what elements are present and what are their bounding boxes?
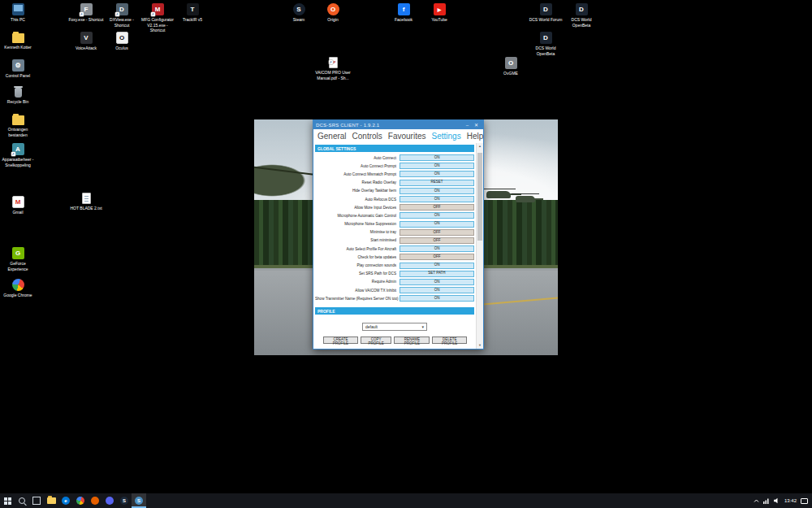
volume-icon[interactable] [774,497,780,504]
taskbar-edge[interactable]: e [58,493,73,508]
setting-toggle-button[interactable]: SET PATH [400,271,474,277]
setting-toggle-button[interactable]: ON [400,154,474,161]
desktop-icon-hot-blade-txt[interactable]: HOT BLADE 2.txt [68,193,104,211]
scrollbar-thumb[interactable] [477,153,482,241]
desktop-icon-glyph: S [293,3,305,15]
desktop-icon-glyph: D [116,3,128,15]
taskbar-item-icon [91,497,99,505]
desktop-icon-recycle-bin[interactable]: Recycle Bin [0,86,36,105]
desktop-icon-folder-ontvangen[interactable]: Ontvangen bestanden [0,114,36,137]
menu-item[interactable]: Favourites [388,132,426,141]
profile-button[interactable]: COPY PROFILE [361,336,391,344]
desktop-icon-mfg-configurator[interactable]: M MFG Configurator V2.15.exe - Shortcut [140,3,175,33]
menu-item[interactable]: Controls [352,132,382,141]
setting-toggle-button[interactable]: ON [400,279,474,285]
taskbar: e S S 13:42 [0,493,812,508]
profile-button[interactable]: CREATE PROFILE [323,336,358,344]
network-icon[interactable] [763,497,770,504]
desktop-icon-glyph: O [327,3,339,15]
desktop-icon-vaicom-manual-pdf[interactable]: PDF VAICOM PRO User Manual.pdf - Sh... [315,57,351,80]
setting-toggle-button[interactable]: RESET [400,180,474,186]
setting-row: Auto Select Profile For Aircraft ON [315,245,474,253]
srs-settings-content: GLOBAL SETTINGS Auto Connect ON Auto Con… [313,143,483,349]
setting-toggle-button[interactable]: ON [400,245,474,252]
desktop-icon-glyph: ▶ [434,3,446,15]
desktop-icon-steam[interactable]: S Steam [281,3,317,23]
setting-toggle-button[interactable]: ON [400,212,474,219]
setting-toggle-button[interactable]: ON [400,287,474,293]
desktop-icon-dcs-world-openbeta-2[interactable]: D DCS World OpenBeta [528,32,564,56]
profile-dropdown[interactable]: default ▾ [362,323,427,331]
desktop-icon-user-folder[interactable]: Kenneth Kotter [0,32,36,50]
taskbar-firefox[interactable] [88,493,102,508]
desktop-icon-control-panel[interactable]: ⚙ Control Panel [0,59,36,79]
menu-item[interactable]: Settings [432,132,461,141]
search-button[interactable] [15,493,29,508]
desktop-icon-dcs-world-openbeta[interactable]: D DCS World OpenBeta [564,3,599,28]
setting-toggle-button[interactable]: ON [400,163,474,169]
photo-helicopter-1 [486,191,511,198]
scrollbar[interactable]: ▲ ▼ [476,143,483,349]
photo-helicopter-2 [516,196,535,202]
desktop-icon-foxy[interactable]: F Foxy.exe - Shortcut [68,3,104,23]
desktop-icon-glyph [12,33,24,43]
setting-label: Auto Connect Prompt [315,164,400,168]
desktop-icon-gmail[interactable]: M Gmail [0,196,36,215]
desktop-icon-label: MFG Configurator V2.15.exe - Shortcut [140,17,175,33]
desktop-icon-google-chrome[interactable]: Google Chrome [0,279,36,298]
desktop-icon-youtube[interactable]: ▶ YouTube [421,3,457,23]
desktop-icon-device-manager[interactable]: A Apparaatbeheer - Snelkoppeling [0,143,36,167]
desktop-icon-trackir[interactable]: T TrackIR v5 [175,3,210,23]
setting-toggle-button[interactable]: OFF [400,204,474,211]
tray-expand-chevron-icon[interactable] [754,498,759,504]
action-center-icon[interactable] [801,497,808,505]
task-view-button[interactable] [29,493,44,508]
desktop-icon-dcs-world-forum[interactable]: D DCS World Forum [528,3,564,23]
profile-buttons: CREATE PROFILECOPY PROFILERENAME PROFILE… [323,336,467,344]
setting-toggle-button[interactable]: ON [400,196,474,202]
setting-toggle-button[interactable]: ON [400,171,474,177]
desktop-icon-facebook[interactable]: f Facebook [386,3,421,23]
start-button[interactable] [0,493,15,508]
desktop-icon-this-pc[interactable]: This PC [0,3,36,23]
taskbar-item-icon: S [135,497,143,505]
setting-label: Start minimised [315,238,400,242]
desktop-icon-origin[interactable]: O Origin [315,3,351,23]
taskbar-item-icon: e [62,497,70,505]
scrollbar-up-arrow-icon[interactable]: ▲ [477,143,483,150]
taskbar-items: e S S [0,493,146,508]
setting-label: Microphone Noise Suppression [315,222,400,226]
taskbar-chrome[interactable] [73,493,88,508]
setting-toggle-button[interactable]: ON [400,295,474,302]
desktop-icon-oculus[interactable]: O Oculus [104,32,140,51]
setting-toggle-button[interactable]: OFF [400,237,474,244]
setting-toggle-button[interactable]: ON [400,263,474,269]
close-button[interactable]: ✕ [472,122,481,128]
scrollbar-down-arrow-icon[interactable]: ▼ [477,342,483,349]
srs-window: DCS-SRS CLIENT - 1.9.2.1 – ✕ GeneralCont… [313,119,484,350]
setting-label: Auto Select Profile For Aircraft [315,247,400,251]
profile-button[interactable]: DELETE PROFILE [432,336,467,344]
setting-row: Microphone Automatic Gain Control ON [315,211,474,219]
setting-row: Reset Radio Overlay RESET [315,179,474,187]
taskbar-steam[interactable]: S [117,493,132,508]
clock[interactable]: 13:42 [784,498,797,503]
taskbar-srs-client[interactable]: S [132,493,146,508]
menu-item[interactable]: Help [467,132,484,141]
desktop-icon-dxview[interactable]: D DXView.exe - Shortcut [104,3,140,28]
setting-toggle-button[interactable]: OFF [400,254,474,260]
setting-toggle-button[interactable]: OFF [400,229,474,236]
desktop-icon-ovgme[interactable]: O OvGME [493,57,529,76]
desktop-icon-geforce-experience[interactable]: G GeForce Experience [0,247,36,271]
profile-header: PROFILE [315,307,474,315]
taskbar-file-explorer[interactable] [44,493,58,508]
desktop-icon-voiceattack[interactable]: V VoiceAttack [68,32,104,51]
menu-item[interactable]: General [317,132,347,141]
taskbar-discord[interactable] [102,493,117,508]
profile-button[interactable]: RENAME PROFILE [394,336,430,344]
setting-toggle-button[interactable]: ON [400,188,474,194]
srs-titlebar[interactable]: DCS-SRS CLIENT - 1.9.2.1 – ✕ [313,120,483,129]
setting-toggle-button[interactable]: ON [400,221,474,228]
system-tray: 13:42 [754,493,812,508]
minimize-button[interactable]: – [463,123,472,128]
